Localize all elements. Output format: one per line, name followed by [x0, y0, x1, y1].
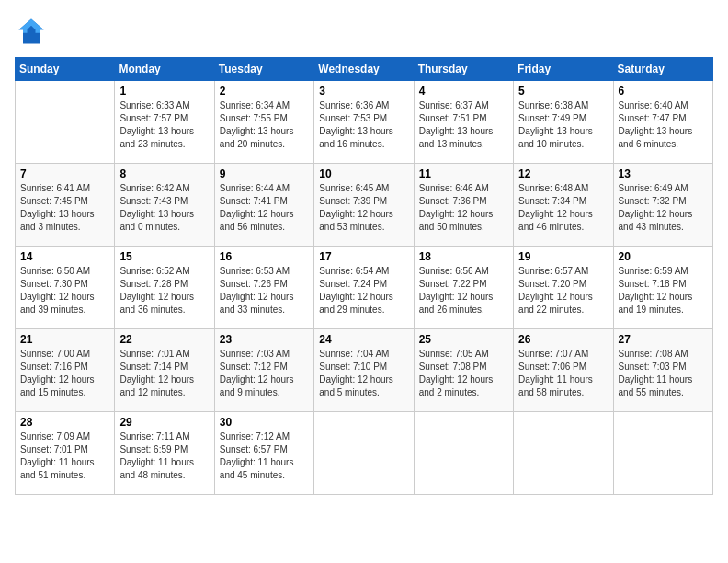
day-content: Sunrise: 7:09 AM Sunset: 7:01 PM Dayligh…	[20, 431, 109, 482]
day-content: Sunrise: 6:36 AM Sunset: 7:53 PM Dayligh…	[319, 99, 408, 151]
day-number: 21	[20, 333, 109, 346]
calendar-cell: 28Sunrise: 7:09 AM Sunset: 7:01 PM Dayli…	[16, 412, 115, 495]
day-number: 6	[619, 85, 708, 98]
day-number: 17	[319, 250, 408, 263]
day-content: Sunrise: 7:08 AM Sunset: 7:03 PM Dayligh…	[619, 348, 708, 399]
day-number: 3	[319, 85, 408, 98]
day-number: 29	[119, 416, 209, 429]
day-content: Sunrise: 7:03 AM Sunset: 7:12 PM Dayligh…	[220, 348, 309, 399]
logo	[15, 15, 51, 48]
calendar-cell: 25Sunrise: 7:05 AM Sunset: 7:08 PM Dayli…	[414, 329, 513, 412]
calendar-cell	[314, 412, 414, 495]
day-content: Sunrise: 6:37 AM Sunset: 7:51 PM Dayligh…	[419, 99, 508, 151]
calendar-cell: 5Sunrise: 6:38 AM Sunset: 7:49 PM Daylig…	[514, 81, 613, 164]
weekday-header-tuesday: Tuesday	[214, 58, 313, 81]
day-content: Sunrise: 6:48 AM Sunset: 7:34 PM Dayligh…	[518, 182, 608, 234]
calendar-cell: 2Sunrise: 6:34 AM Sunset: 7:55 PM Daylig…	[214, 81, 313, 164]
calendar-week-1: 1Sunrise: 6:33 AM Sunset: 7:57 PM Daylig…	[16, 81, 713, 164]
day-content: Sunrise: 6:42 AM Sunset: 7:43 PM Dayligh…	[119, 182, 209, 234]
calendar-cell: 16Sunrise: 6:53 AM Sunset: 7:26 PM Dayli…	[214, 247, 313, 329]
day-number: 10	[319, 167, 408, 180]
day-number: 5	[518, 85, 608, 98]
day-content: Sunrise: 6:53 AM Sunset: 7:26 PM Dayligh…	[220, 265, 309, 316]
day-content: Sunrise: 6:57 AM Sunset: 7:20 PM Dayligh…	[518, 265, 608, 316]
weekday-header-sunday: Sunday	[16, 58, 115, 81]
day-number: 22	[119, 333, 209, 346]
day-content: Sunrise: 6:54 AM Sunset: 7:24 PM Dayligh…	[319, 265, 408, 316]
day-content: Sunrise: 6:49 AM Sunset: 7:32 PM Dayligh…	[619, 182, 708, 234]
day-content: Sunrise: 6:44 AM Sunset: 7:41 PM Dayligh…	[220, 182, 309, 234]
calendar-cell: 10Sunrise: 6:45 AM Sunset: 7:39 PM Dayli…	[314, 164, 414, 247]
calendar-cell: 3Sunrise: 6:36 AM Sunset: 7:53 PM Daylig…	[314, 81, 414, 164]
calendar-cell: 12Sunrise: 6:48 AM Sunset: 7:34 PM Dayli…	[514, 164, 613, 247]
calendar-cell: 24Sunrise: 7:04 AM Sunset: 7:10 PM Dayli…	[314, 329, 414, 412]
day-content: Sunrise: 6:40 AM Sunset: 7:47 PM Dayligh…	[619, 99, 708, 151]
calendar-cell: 23Sunrise: 7:03 AM Sunset: 7:12 PM Dayli…	[214, 329, 313, 412]
weekday-header-wednesday: Wednesday	[314, 58, 414, 81]
weekday-header-saturday: Saturday	[613, 58, 712, 81]
day-number: 1	[119, 85, 209, 98]
day-number: 23	[220, 333, 309, 346]
day-content: Sunrise: 6:59 AM Sunset: 7:18 PM Dayligh…	[619, 265, 708, 316]
day-number: 25	[419, 333, 508, 346]
day-number: 12	[518, 167, 608, 180]
calendar-cell: 18Sunrise: 6:56 AM Sunset: 7:22 PM Dayli…	[414, 247, 513, 329]
calendar-cell: 8Sunrise: 6:42 AM Sunset: 7:43 PM Daylig…	[115, 164, 214, 247]
calendar-week-4: 21Sunrise: 7:00 AM Sunset: 7:16 PM Dayli…	[16, 329, 713, 412]
calendar-cell	[16, 81, 115, 164]
day-number: 18	[419, 250, 508, 263]
day-content: Sunrise: 7:07 AM Sunset: 7:06 PM Dayligh…	[518, 348, 608, 399]
calendar-cell: 15Sunrise: 6:52 AM Sunset: 7:28 PM Dayli…	[115, 247, 214, 329]
calendar-cell: 26Sunrise: 7:07 AM Sunset: 7:06 PM Dayli…	[514, 329, 613, 412]
day-number: 2	[220, 85, 309, 98]
day-number: 4	[419, 85, 508, 98]
calendar-cell: 1Sunrise: 6:33 AM Sunset: 7:57 PM Daylig…	[115, 81, 214, 164]
day-number: 11	[419, 167, 508, 180]
day-content: Sunrise: 6:56 AM Sunset: 7:22 PM Dayligh…	[419, 265, 508, 316]
day-number: 19	[518, 250, 608, 263]
calendar-cell	[514, 412, 613, 495]
day-number: 8	[119, 167, 209, 180]
day-content: Sunrise: 6:38 AM Sunset: 7:49 PM Dayligh…	[518, 99, 608, 151]
day-number: 13	[619, 167, 708, 180]
day-content: Sunrise: 7:05 AM Sunset: 7:08 PM Dayligh…	[419, 348, 508, 399]
calendar-header: SundayMondayTuesdayWednesdayThursdayFrid…	[16, 58, 713, 81]
weekday-header-thursday: Thursday	[414, 58, 513, 81]
day-number: 15	[119, 250, 209, 263]
day-number: 9	[220, 167, 309, 180]
day-content: Sunrise: 6:34 AM Sunset: 7:55 PM Dayligh…	[220, 99, 309, 151]
day-content: Sunrise: 6:41 AM Sunset: 7:45 PM Dayligh…	[20, 182, 109, 234]
day-number: 28	[20, 416, 109, 429]
calendar-cell: 9Sunrise: 6:44 AM Sunset: 7:41 PM Daylig…	[214, 164, 313, 247]
calendar-cell: 4Sunrise: 6:37 AM Sunset: 7:51 PM Daylig…	[414, 81, 513, 164]
calendar-cell: 14Sunrise: 6:50 AM Sunset: 7:30 PM Dayli…	[16, 247, 115, 329]
day-content: Sunrise: 6:52 AM Sunset: 7:28 PM Dayligh…	[119, 265, 209, 316]
calendar-cell: 6Sunrise: 6:40 AM Sunset: 7:47 PM Daylig…	[613, 81, 712, 164]
day-content: Sunrise: 7:01 AM Sunset: 7:14 PM Dayligh…	[119, 348, 209, 399]
calendar-cell	[613, 412, 712, 495]
day-content: Sunrise: 6:46 AM Sunset: 7:36 PM Dayligh…	[419, 182, 508, 234]
day-content: Sunrise: 7:00 AM Sunset: 7:16 PM Dayligh…	[20, 348, 109, 399]
weekday-header-monday: Monday	[115, 58, 214, 81]
page-header	[15, 15, 713, 48]
day-content: Sunrise: 6:50 AM Sunset: 7:30 PM Dayligh…	[20, 265, 109, 316]
day-content: Sunrise: 6:45 AM Sunset: 7:39 PM Dayligh…	[319, 182, 408, 234]
day-content: Sunrise: 7:12 AM Sunset: 6:57 PM Dayligh…	[220, 431, 309, 482]
calendar-week-3: 14Sunrise: 6:50 AM Sunset: 7:30 PM Dayli…	[16, 247, 713, 329]
day-content: Sunrise: 6:33 AM Sunset: 7:57 PM Dayligh…	[119, 99, 209, 151]
logo-icon	[15, 15, 48, 48]
calendar-cell: 21Sunrise: 7:00 AM Sunset: 7:16 PM Dayli…	[16, 329, 115, 412]
calendar-week-2: 7Sunrise: 6:41 AM Sunset: 7:45 PM Daylig…	[16, 164, 713, 247]
calendar-cell: 20Sunrise: 6:59 AM Sunset: 7:18 PM Dayli…	[613, 247, 712, 329]
day-number: 30	[220, 416, 309, 429]
calendar-cell: 27Sunrise: 7:08 AM Sunset: 7:03 PM Dayli…	[613, 329, 712, 412]
day-number: 7	[20, 167, 109, 180]
calendar-cell	[414, 412, 513, 495]
calendar-cell: 13Sunrise: 6:49 AM Sunset: 7:32 PM Dayli…	[613, 164, 712, 247]
calendar-cell: 30Sunrise: 7:12 AM Sunset: 6:57 PM Dayli…	[214, 412, 313, 495]
calendar-cell: 22Sunrise: 7:01 AM Sunset: 7:14 PM Dayli…	[115, 329, 214, 412]
day-number: 26	[518, 333, 608, 346]
day-content: Sunrise: 7:04 AM Sunset: 7:10 PM Dayligh…	[319, 348, 408, 399]
day-number: 27	[619, 333, 708, 346]
calendar-table: SundayMondayTuesdayWednesdayThursdayFrid…	[15, 57, 713, 495]
